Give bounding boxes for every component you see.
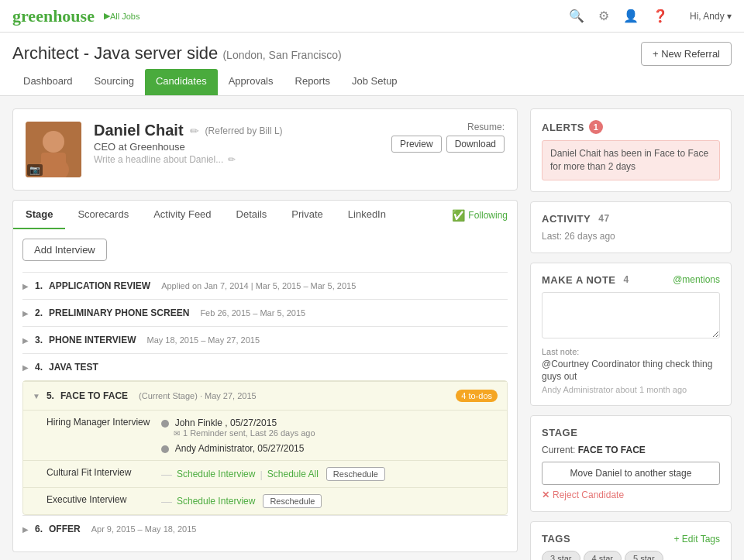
download-button[interactable]: Download — [446, 136, 505, 153]
candidate-title: CEO at Greenhouse — [94, 141, 379, 153]
stage-meta-5: (Current Stage) · May 27, 2015 — [139, 391, 257, 400]
stage-header-3[interactable]: ▶ 3. PHONE INTERVIEW May 18, 2015 – May … — [22, 335, 508, 345]
interviewer-1b: Andy Administrator, 05/27/2015 — [161, 442, 491, 454]
schedule-area-2: — Schedule Interview | Schedule All Resc… — [161, 467, 491, 481]
resume-row: Resume: Preview Download — [391, 122, 505, 153]
reschedule-button-2[interactable]: Reschedule — [326, 467, 385, 481]
interview-section-3: Executive Interview — Schedule Interview… — [23, 487, 507, 514]
current-stage-label: Current: FACE TO FACE — [542, 445, 720, 455]
envelope-icon: ✉ — [174, 429, 180, 438]
logo: greenhouse — [12, 6, 95, 26]
tab-approvals[interactable]: Approvals — [218, 69, 284, 95]
interview-label-2: Cultural Fit Interview — [46, 467, 155, 478]
note-textarea[interactable] — [542, 292, 720, 338]
interviewer-dot-1a — [161, 420, 169, 428]
interview-section-2: Cultural Fit Interview — Schedule Interv… — [23, 460, 507, 487]
user-icon[interactable]: 👤 — [623, 9, 639, 23]
edit-headline-icon[interactable]: ✏ — [228, 154, 236, 165]
tab-sourcing[interactable]: Sourcing — [84, 69, 145, 95]
tags-header: TAGS + Edit Tags — [542, 533, 720, 545]
referred-by: (Referred by Bill L) — [205, 125, 283, 136]
candidate-header: 📷 Daniel Chait ✏ (Referred by Bill L) CE… — [12, 108, 518, 191]
right-panel: ALERTS 1 Daniel Chait has been in Face t… — [530, 108, 732, 560]
check-icon: ✅ — [452, 209, 465, 222]
interviewer-name-1b: Andy Administrator, 05/27/2015 — [175, 443, 305, 454]
pipe-2: | — [260, 469, 262, 480]
stage-item-5: ▼ 5. FACE TO FACE (Current Stage) · May … — [22, 380, 508, 515]
stage-meta-6: Apr 9, 2015 – May 18, 2015 — [91, 524, 197, 534]
job-nav-tabs: Dashboard Sourcing Candidates Approvals … — [12, 69, 732, 95]
stage-num-3: 3. — [35, 335, 43, 345]
stage-header-2[interactable]: ▶ 2. PRELIMINARY PHONE SCREEN Feb 26, 20… — [22, 307, 508, 318]
all-jobs-link[interactable]: All Jobs — [110, 12, 140, 21]
at-mentions-link[interactable]: @mentions — [673, 274, 720, 285]
collapse-arrow-3: ▶ — [22, 336, 29, 345]
stage-section: STAGE Current: FACE TO FACE Move Daniel … — [530, 415, 732, 512]
tag-3-star[interactable]: 3 star — [542, 551, 580, 560]
hi-user[interactable]: Hi, Andy ▾ — [690, 11, 732, 22]
following-button[interactable]: ✅ Following — [452, 209, 508, 222]
avatar-container: 📷 — [26, 122, 81, 177]
stage-num-2: 2. — [35, 307, 43, 318]
collapse-arrow-4: ▶ — [22, 363, 29, 372]
activity-last: Last: 26 days ago — [542, 231, 720, 242]
tab-scorecards[interactable]: Scorecards — [65, 201, 141, 229]
alerts-section: ALERTS 1 Daniel Chait has been in Face t… — [530, 108, 732, 192]
tab-reports[interactable]: Reports — [284, 69, 342, 95]
collapse-arrow-2: ▶ — [22, 309, 29, 318]
reject-label: Reject Candidate — [553, 490, 624, 500]
tab-dashboard[interactable]: Dashboard — [12, 69, 84, 95]
tab-job-setup[interactable]: Job Setup — [341, 69, 408, 95]
help-icon[interactable]: ❓ — [653, 9, 668, 23]
interviewer-info-1: John Finkle , 05/27/2015 ✉ 1 Reminder se… — [161, 417, 491, 454]
interview-label-3: Executive Interview — [46, 494, 155, 505]
activity-section: ACTIVITY 47 Last: 26 days ago — [530, 201, 732, 253]
tab-activity-feed[interactable]: Activity Feed — [141, 201, 223, 229]
stage-meta-1: Applied on Jan 7, 2014 | Mar 5, 2015 – M… — [161, 281, 356, 290]
tab-details[interactable]: Details — [224, 201, 280, 229]
collapse-arrow-6: ▶ — [22, 525, 29, 534]
stage-header-5[interactable]: ▼ 5. FACE TO FACE (Current Stage) · May … — [23, 381, 507, 410]
settings-icon[interactable]: ⚙ — [598, 9, 609, 23]
schedule-interview-link-3[interactable]: Schedule Interview — [177, 496, 255, 507]
make-note-header: MAKE A NOTE 4 @mentions — [542, 274, 720, 286]
tab-stage[interactable]: Stage — [13, 201, 65, 229]
stage-header-4[interactable]: ▶ 4. JAVA TEST — [22, 362, 508, 373]
stage-header-1[interactable]: ▶ 1. APPLICATION REVIEW Applied on Jan 7… — [22, 280, 508, 291]
schedule-all-link-2[interactable]: Schedule All — [267, 469, 319, 479]
add-interview-button[interactable]: Add Interview — [22, 239, 107, 261]
stage-item-4: ▶ 4. JAVA TEST — [22, 353, 508, 380]
schedule-area-3: — Schedule Interview Reschedule — [161, 494, 491, 508]
top-nav: greenhouse ▶ All Jobs 🔍 ⚙ 👤 ❓ Hi, Andy ▾ — [0, 0, 744, 33]
schedule-interview-link-2[interactable]: Schedule Interview — [177, 469, 255, 479]
job-title-bar: Architect - Java server side (London, Sa… — [0, 33, 744, 96]
camera-icon[interactable]: 📷 — [27, 164, 43, 176]
alerts-title: ALERTS 1 — [542, 120, 720, 134]
stage-num-1: 1. — [35, 280, 43, 291]
activity-count: 47 — [598, 213, 609, 224]
interviewer-1a: John Finkle , 05/27/2015 — [161, 417, 491, 428]
tags-title: TAGS — [542, 533, 570, 545]
job-location: (London, San Francisco) — [222, 49, 341, 61]
tab-linkedin[interactable]: LinkedIn — [336, 201, 398, 229]
preview-button[interactable]: Preview — [391, 136, 442, 153]
move-stage-button[interactable]: Move Daniel to another stage — [542, 462, 720, 485]
dash-icon-2: — — [161, 468, 172, 480]
tab-candidates[interactable]: Candidates — [145, 69, 218, 95]
edit-tags-link[interactable]: + Edit Tags — [674, 534, 720, 545]
tab-private[interactable]: Private — [279, 201, 335, 229]
interviewer-sub-1a: ✉ 1 Reminder sent, Last 26 days ago — [161, 428, 491, 438]
tag-5-star[interactable]: 5 star — [625, 551, 663, 560]
current-stage-value: FACE TO FACE — [578, 445, 646, 455]
stage-meta-2: Feb 26, 2015 – Mar 5, 2015 — [200, 308, 305, 318]
stage-header-6[interactable]: ▶ 6. OFFER Apr 9, 2015 – May 18, 2015 — [22, 524, 508, 534]
interviewer-dot-1b — [161, 445, 169, 453]
edit-name-icon[interactable]: ✏ — [190, 125, 199, 137]
interview-row-1: Hiring Manager Interview John Finkle , 0… — [23, 411, 507, 460]
tag-4-star[interactable]: 4 star — [584, 551, 622, 560]
reject-candidate[interactable]: ✕ Reject Candidate — [542, 490, 720, 500]
new-referral-button[interactable]: + New Referral — [641, 42, 732, 66]
reschedule-button-3[interactable]: Reschedule — [263, 494, 322, 508]
search-icon[interactable]: 🔍 — [569, 9, 584, 23]
following-label: Following — [468, 210, 508, 221]
